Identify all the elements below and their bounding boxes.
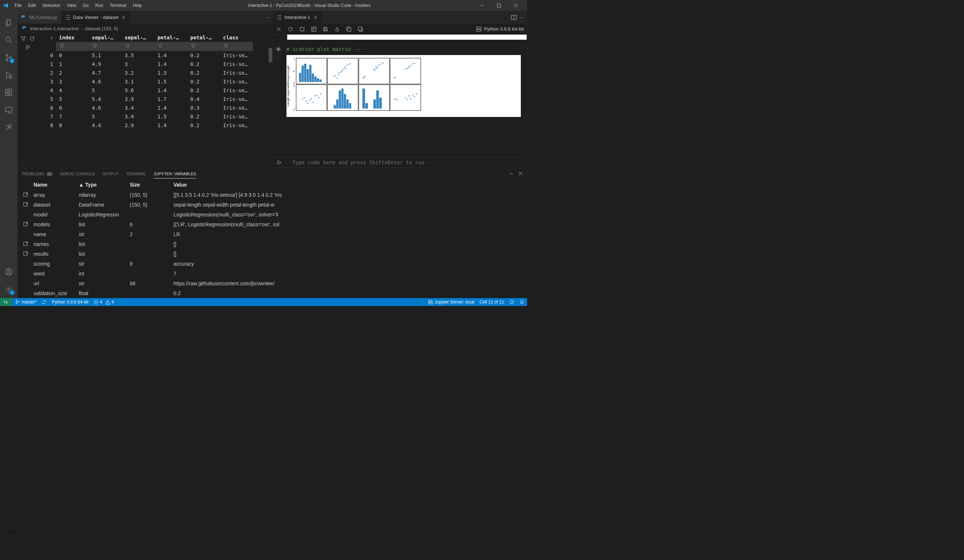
open-variable-icon[interactable] (20, 251, 31, 257)
search-icon[interactable] (0, 31, 18, 49)
menu-help[interactable]: Help (130, 2, 145, 10)
filter-icon[interactable] (59, 43, 65, 49)
open-variable-icon[interactable] (20, 241, 31, 247)
column-header-sepal1[interactable]: sepal-… (89, 33, 122, 42)
snowflake-icon[interactable] (275, 46, 283, 52)
table-row[interactable]: 6 6 4.6 3.4 1.4 0.3 Iris-set… (38, 104, 253, 112)
open-variable-icon[interactable] (20, 192, 31, 198)
cell-indicator[interactable]: Cell 11 of 11 (477, 298, 506, 306)
variable-row[interactable]: seed int 7 (18, 269, 527, 278)
explorer-icon[interactable] (0, 14, 18, 31)
split-editor-icon[interactable] (511, 15, 517, 20)
menu-go[interactable]: Go (80, 2, 91, 10)
filter-icon[interactable] (158, 43, 163, 49)
tab-interactive[interactable]: Interactive-1 (273, 11, 322, 24)
close-icon[interactable] (313, 15, 319, 20)
table-row[interactable]: 7 7 5 3.4 1.5 0.2 Iris-set… (38, 112, 253, 121)
menu-view[interactable]: View (64, 2, 79, 10)
collapse-icon[interactable] (357, 26, 364, 33)
output-collapse-dots[interactable]: ··· (275, 55, 283, 117)
open-variable-icon[interactable] (20, 202, 31, 208)
panel-tab-jupyter-variables[interactable]: JUPYTER: VARIABLES (154, 169, 197, 179)
interpreter-selector[interactable]: Python 3.9.6 64-bit (476, 26, 524, 32)
tab-mltutorial[interactable]: MLTutorial.py (18, 11, 61, 24)
table-row[interactable]: 2 2 4.7 3.2 1.3 0.2 Iris-set… (38, 68, 253, 77)
variable-row[interactable]: url str 68 https://raw.githubusercontent… (18, 278, 527, 288)
header-name[interactable]: Name (31, 182, 79, 188)
breadcrumb-part1[interactable]: Interactive-1.interactive (30, 26, 79, 31)
variable-row[interactable]: model LogisticRegressio LogisticRegressi… (18, 210, 527, 219)
menu-edit[interactable]: Edit (25, 2, 39, 10)
filter-icon[interactable] (223, 43, 229, 49)
table-row[interactable]: 8 8 4.4 2.9 1.4 0.2 Iris-set… (38, 121, 253, 130)
filter-icon[interactable] (92, 43, 98, 49)
menu-selection[interactable]: Selection (39, 2, 63, 10)
remote-explorer-icon[interactable] (0, 101, 18, 119)
header-type[interactable]: ▲Type (79, 182, 130, 188)
variable-row[interactable]: results list [] (18, 249, 527, 259)
sort-arrow-icon[interactable]: ↑ (38, 33, 56, 42)
menu-icon[interactable] (24, 44, 31, 50)
close-icon[interactable] (120, 15, 127, 20)
scrollbar-thumb[interactable] (269, 48, 272, 62)
menu-file[interactable]: File (11, 2, 24, 10)
restart-icon[interactable] (287, 26, 294, 33)
jupyter-server-status[interactable]: Jupyter Server: local (425, 298, 477, 306)
column-header-sepal2[interactable]: sepal-… (122, 33, 155, 42)
filter-icon[interactable] (125, 43, 130, 49)
remote-indicator[interactable] (0, 298, 12, 306)
run-debug-icon[interactable] (0, 66, 18, 84)
accounts-icon[interactable] (0, 263, 18, 280)
variable-row[interactable]: name str 2 LR (18, 229, 527, 239)
table-row[interactable]: 0 0 5.1 3.5 1.4 0.2 Iris-set… (38, 51, 253, 60)
variable-row[interactable]: names list [] (18, 239, 527, 249)
statusbar-interpreter[interactable]: Python 3.9.6 64-bit (49, 298, 91, 306)
breadcrumb-part2[interactable]: dataset (150, 5) (85, 26, 118, 31)
sync-icon[interactable] (39, 298, 49, 306)
git-branch[interactable]: master* (12, 298, 39, 306)
filter-icon[interactable] (190, 43, 196, 49)
variable-row[interactable]: models list 6 [('LR', LogisticRegression… (18, 219, 527, 229)
expand-icon[interactable] (345, 26, 352, 33)
menu-terminal[interactable]: Terminal (107, 2, 129, 10)
save-icon[interactable] (322, 26, 329, 33)
close-icon[interactable] (518, 171, 523, 176)
code-input[interactable] (287, 160, 524, 165)
chevron-up-icon[interactable] (509, 171, 514, 176)
statusbar-problems[interactable]: 4 4 (91, 298, 116, 306)
filter-icon[interactable] (20, 35, 27, 42)
variable-row[interactable]: dataset DataFrame (150, 5) sepal-length … (18, 200, 527, 210)
variable-row[interactable]: validation_size float 0.2 (18, 288, 527, 298)
variable-row[interactable]: scoring str 8 accuracy (18, 259, 527, 269)
table-row[interactable]: 1 1 4.9 3 1.4 0.2 Iris-set… (38, 60, 253, 68)
table-row[interactable]: 5 5 5.4 3.9 1.7 0.4 Iris-set… (38, 95, 253, 104)
extensions-icon[interactable] (0, 84, 18, 101)
column-header-class[interactable]: class (220, 33, 253, 42)
panel-tab-debug[interactable]: DEBUG CONSOLE (60, 169, 95, 178)
table-row[interactable]: 3 3 4.6 3.1 1.5 0.2 Iris-set… (38, 77, 253, 86)
close-button[interactable] (507, 0, 524, 11)
export-icon[interactable] (334, 26, 340, 33)
bookmarks-icon[interactable] (0, 119, 18, 136)
variable-row[interactable]: array ndarray (150, 5) [[5.1 3.5 1.4 0.2… (18, 190, 527, 200)
panel-tab-problems[interactable]: PROBLEMS 8 (22, 169, 53, 178)
cell-collapse-dots[interactable]: ··· (355, 47, 363, 52)
source-control-icon[interactable]: 2 (0, 49, 18, 66)
settings-gear-icon[interactable]: 1 (0, 280, 18, 298)
panel-tab-terminal[interactable]: TERMINAL (126, 169, 147, 178)
scrollbar[interactable] (269, 33, 272, 168)
notifications-icon[interactable] (517, 298, 527, 306)
tab-dataviewer[interactable]: Data Viewer - dataset (61, 11, 130, 24)
run-icon[interactable] (275, 160, 283, 165)
minimize-button[interactable] (474, 0, 490, 11)
table-row[interactable]: 4 4 5 3.6 1.4 0.2 Iris-set… (38, 86, 253, 95)
feedback-icon[interactable] (506, 298, 517, 306)
breadcrumb[interactable]: Interactive-1.interactive › dataset (150… (18, 24, 272, 33)
panel-tab-output[interactable]: OUTPUT (103, 169, 119, 178)
refresh-icon[interactable] (29, 35, 35, 42)
maximize-button[interactable] (490, 0, 507, 11)
open-variable-icon[interactable] (20, 221, 31, 227)
header-size[interactable]: Size (130, 182, 174, 188)
column-header-petal2[interactable]: petal-… (187, 33, 220, 42)
column-header-petal1[interactable]: petal-… (155, 33, 187, 42)
